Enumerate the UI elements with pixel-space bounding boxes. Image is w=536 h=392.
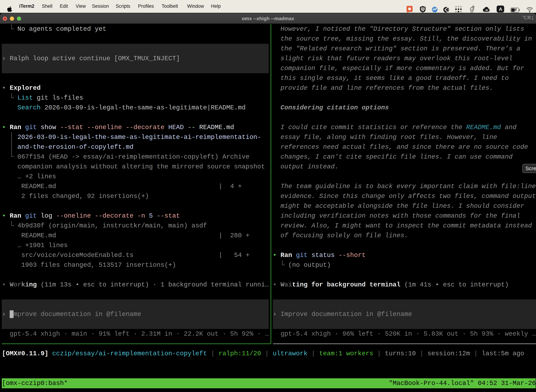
svg-text:..61: ..61	[484, 9, 488, 12]
svg-text:A: A	[499, 6, 502, 12]
